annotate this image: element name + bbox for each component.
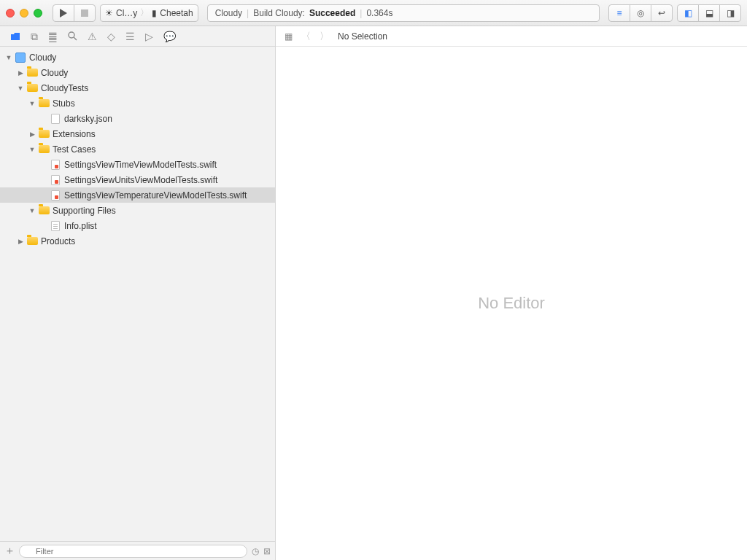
editor-area: ▦ 〈 〉 No Selection No Editor <box>276 26 747 560</box>
project-navigator-tab[interactable] <box>10 32 20 41</box>
scheme-app-icon: ☀ <box>105 8 113 18</box>
tree-row-label: Products <box>41 236 271 246</box>
zoom-window-button[interactable] <box>34 9 42 18</box>
tree-row-label: Cloudy <box>41 68 271 78</box>
report-navigator-tab[interactable]: 💬 <box>163 31 176 42</box>
editor-mode-group: ≡ ◎ ↩ <box>608 4 673 22</box>
device-icon: ▮ <box>152 8 157 18</box>
filter-input[interactable] <box>19 545 247 558</box>
disclosure-open-icon[interactable]: ▼ <box>28 146 36 153</box>
run-stop-group <box>53 4 96 22</box>
breakpoint-navigator-tab[interactable]: ▷ <box>145 31 153 42</box>
tree-row-label: Extensions <box>53 129 271 139</box>
project-tree[interactable]: ▼Cloudy▶Cloudy▼CloudyTests▼Stubsdarksky.… <box>0 47 275 541</box>
disclosure-open-icon[interactable]: ▼ <box>4 54 13 61</box>
tree-row[interactable]: SettingsViewTemperatureViewModelTests.sw… <box>0 187 275 203</box>
scheme-separator-icon: 〉 <box>140 7 149 19</box>
tree-row-label: Stubs <box>53 98 271 109</box>
run-button[interactable] <box>53 4 74 22</box>
activity-time: 0.364s <box>366 8 392 18</box>
activity-prefix: Build Cloudy: <box>253 8 305 18</box>
folder-icon <box>26 67 38 79</box>
main-layout: ⧉ ䷀ ⚠ ◇ ☰ ▷ 💬 ▼Cloudy▶Cloudy▼CloudyTests… <box>0 26 747 560</box>
tree-row[interactable]: SettingsViewTimeViewModelTests.swift <box>0 157 275 172</box>
tree-row-label: Cloudy <box>29 52 271 63</box>
tree-row[interactable]: ▼CloudyTests <box>0 80 275 96</box>
disclosure-closed-icon[interactable]: ▶ <box>16 238 25 245</box>
jump-bar-path: No Selection <box>338 31 387 42</box>
stop-button[interactable] <box>74 4 96 22</box>
navigator-filter-bar: ＋ ◷ ⊠ <box>0 541 275 560</box>
test-navigator-tab[interactable]: ◇ <box>107 31 115 42</box>
folder-icon <box>38 205 50 217</box>
tree-row[interactable]: ▼Test Cases <box>0 141 275 157</box>
tree-row[interactable]: ▼Supporting Files <box>0 203 275 218</box>
toolbar: ☀ Cl…y 〉 ▮ Cheetah Cloudy | Build Cloudy… <box>0 0 747 26</box>
tree-row-label: CloudyTests <box>41 83 271 93</box>
tree-row-label: Info.plist <box>64 221 271 231</box>
editor-blank-state: No Editor <box>276 47 747 560</box>
version-editor-button[interactable]: ↩ <box>651 4 673 22</box>
tree-row-label: darksky.json <box>64 114 271 124</box>
swift-file-icon <box>50 190 61 201</box>
tree-row-label: Test Cases <box>53 144 271 155</box>
assistant-editor-button[interactable]: ◎ <box>630 4 651 22</box>
tree-row-label: SettingsViewTemperatureViewModelTests.sw… <box>64 190 271 201</box>
project-icon <box>15 52 26 63</box>
panel-toggle-group: ◧ ⬓ ◨ <box>677 4 741 22</box>
svg-point-2 <box>69 32 74 38</box>
scheme-selector[interactable]: ☀ Cl…y 〉 ▮ Cheetah <box>100 4 198 22</box>
tree-row[interactable]: Info.plist <box>0 218 275 233</box>
find-navigator-tab[interactable] <box>68 31 77 41</box>
tree-row[interactable]: ▼Cloudy <box>0 50 275 65</box>
tree-row[interactable]: darksky.json <box>0 111 275 126</box>
navigator-panel: ⧉ ䷀ ⚠ ◇ ☰ ▷ 💬 ▼Cloudy▶Cloudy▼CloudyTests… <box>0 26 276 560</box>
toggle-navigator-button[interactable]: ◧ <box>677 4 699 22</box>
toggle-inspector-button[interactable]: ◨ <box>719 4 741 22</box>
disclosure-open-icon[interactable]: ▼ <box>28 100 36 107</box>
tree-row[interactable]: ▶Products <box>0 233 275 249</box>
editor-placeholder-label: No Editor <box>478 294 545 313</box>
folder-icon <box>26 236 38 247</box>
disclosure-open-icon[interactable]: ▼ <box>16 85 25 92</box>
related-items-icon[interactable]: ▦ <box>285 31 293 42</box>
add-button[interactable]: ＋ <box>4 544 15 558</box>
scheme-device-label: Cheetah <box>160 8 193 18</box>
activity-view: Cloudy | Build Cloudy: Succeeded | 0.364… <box>207 4 600 22</box>
disclosure-open-icon[interactable]: ▼ <box>28 207 36 214</box>
toggle-debug-area-button[interactable]: ⬓ <box>698 4 720 22</box>
tree-row[interactable]: SettingsViewUnitsViewModelTests.swift <box>0 172 275 187</box>
tree-row-label: SettingsViewUnitsViewModelTests.swift <box>64 175 271 185</box>
svg-marker-0 <box>60 9 67 18</box>
tree-row[interactable]: ▶Extensions <box>0 126 275 141</box>
tree-row[interactable]: ▶Cloudy <box>0 65 275 80</box>
disclosure-closed-icon[interactable]: ▶ <box>28 131 36 138</box>
nav-back-button[interactable]: 〈 <box>301 30 311 43</box>
close-window-button[interactable] <box>6 9 15 18</box>
plist-file-icon <box>50 220 61 232</box>
svg-line-3 <box>74 37 77 40</box>
window-controls <box>6 9 42 18</box>
svg-rect-1 <box>81 9 88 17</box>
folder-icon <box>26 82 38 94</box>
disclosure-closed-icon[interactable]: ▶ <box>16 69 25 77</box>
navigator-tabs: ⧉ ䷀ ⚠ ◇ ☰ ▷ 💬 <box>0 26 275 47</box>
tree-row[interactable]: ▼Stubs <box>0 96 275 111</box>
minimize-window-button[interactable] <box>20 9 28 18</box>
folder-icon <box>38 144 50 155</box>
issue-navigator-tab[interactable]: ⚠ <box>88 31 97 42</box>
jump-bar: ▦ 〈 〉 No Selection <box>276 26 747 47</box>
tree-row-label: SettingsViewTimeViewModelTests.swift <box>64 160 271 170</box>
folder-icon <box>38 98 50 109</box>
nav-forward-button[interactable]: 〉 <box>320 30 329 43</box>
standard-editor-button[interactable]: ≡ <box>608 4 630 22</box>
source-control-navigator-tab[interactable]: ⧉ <box>31 31 38 42</box>
swift-file-icon <box>50 159 61 171</box>
recent-filter-icon[interactable]: ◷ <box>252 546 259 556</box>
debug-navigator-tab[interactable]: ☰ <box>125 31 135 42</box>
swift-file-icon <box>50 174 61 186</box>
scm-filter-icon[interactable]: ⊠ <box>263 546 271 556</box>
symbol-navigator-tab[interactable]: ䷀ <box>48 31 58 42</box>
activity-project: Cloudy <box>215 8 242 18</box>
activity-status: Succeeded <box>309 8 355 18</box>
